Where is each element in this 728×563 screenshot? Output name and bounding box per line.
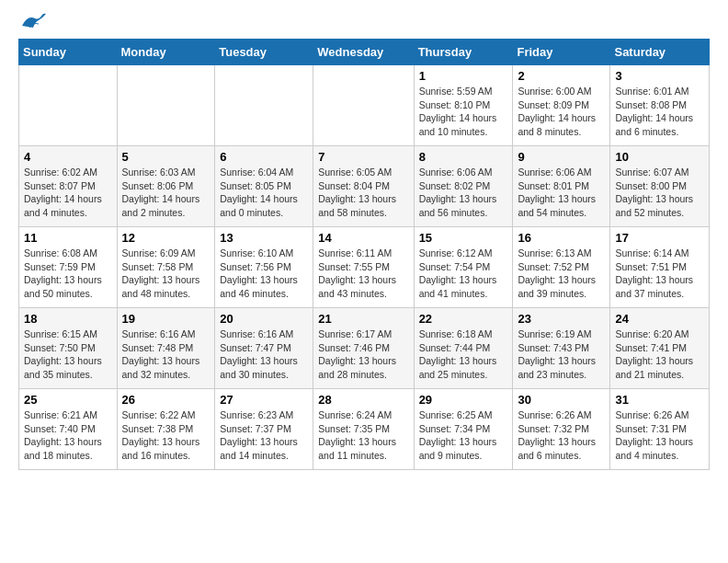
day-info: Sunrise: 6:16 AMSunset: 7:47 PMDaylight:… <box>220 327 308 382</box>
calendar-body: 1Sunrise: 5:59 AMSunset: 8:10 PMDaylight… <box>19 65 710 470</box>
day-number: 7 <box>318 150 408 164</box>
day-info: Sunrise: 6:00 AMSunset: 8:09 PMDaylight:… <box>518 85 605 139</box>
day-number: 15 <box>419 231 508 245</box>
day-info: Sunrise: 6:02 AMSunset: 8:07 PMDaylight:… <box>24 166 112 220</box>
calendar-table: SundayMondayTuesdayWednesdayThursdayFrid… <box>18 39 710 470</box>
calendar-cell: 27Sunrise: 6:23 AMSunset: 7:37 PMDayligh… <box>215 389 313 470</box>
day-info: Sunrise: 6:08 AMSunset: 7:59 PMDaylight:… <box>24 247 112 301</box>
day-number: 29 <box>419 393 508 407</box>
calendar-cell: 20Sunrise: 6:16 AMSunset: 7:47 PMDayligh… <box>215 308 313 389</box>
day-number: 12 <box>122 231 210 245</box>
day-number: 9 <box>518 150 605 164</box>
calendar-cell: 23Sunrise: 6:19 AMSunset: 7:43 PMDayligh… <box>513 308 610 389</box>
calendar-cell: 29Sunrise: 6:25 AMSunset: 7:34 PMDayligh… <box>414 389 513 470</box>
day-info: Sunrise: 6:01 AMSunset: 8:08 PMDaylight:… <box>615 85 704 139</box>
calendar-cell: 10Sunrise: 6:07 AMSunset: 8:00 PMDayligh… <box>610 146 710 227</box>
calendar-cell: 4Sunrise: 6:02 AMSunset: 8:07 PMDaylight… <box>19 146 118 227</box>
day-info: Sunrise: 5:59 AMSunset: 8:10 PMDaylight:… <box>419 85 508 139</box>
calendar-cell: 13Sunrise: 6:10 AMSunset: 7:56 PMDayligh… <box>215 227 313 308</box>
day-info: Sunrise: 6:04 AMSunset: 8:05 PMDaylight:… <box>220 166 308 220</box>
day-number: 3 <box>615 69 704 83</box>
day-number: 13 <box>220 231 308 245</box>
day-info: Sunrise: 6:26 AMSunset: 7:32 PMDaylight:… <box>518 408 605 463</box>
page-header <box>18 15 710 31</box>
calendar-cell: 16Sunrise: 6:13 AMSunset: 7:52 PMDayligh… <box>513 227 610 308</box>
day-number: 30 <box>518 393 605 407</box>
weekday-header: Monday <box>117 40 215 65</box>
day-info: Sunrise: 6:06 AMSunset: 8:01 PMDaylight:… <box>518 166 605 220</box>
day-number: 17 <box>615 231 704 245</box>
calendar-cell: 7Sunrise: 6:05 AMSunset: 8:04 PMDaylight… <box>313 146 414 227</box>
calendar-cell: 9Sunrise: 6:06 AMSunset: 8:01 PMDaylight… <box>513 146 610 227</box>
calendar-cell: 18Sunrise: 6:15 AMSunset: 7:50 PMDayligh… <box>19 308 118 389</box>
day-number: 27 <box>220 393 308 407</box>
calendar-cell <box>19 65 118 146</box>
weekday-header: Saturday <box>610 40 710 65</box>
day-number: 20 <box>220 312 308 326</box>
day-number: 25 <box>24 393 112 407</box>
day-info: Sunrise: 6:06 AMSunset: 8:02 PMDaylight:… <box>419 166 508 220</box>
calendar-cell: 8Sunrise: 6:06 AMSunset: 8:02 PMDaylight… <box>414 146 513 227</box>
day-number: 1 <box>419 69 508 83</box>
calendar-week-row: 4Sunrise: 6:02 AMSunset: 8:07 PMDaylight… <box>19 146 710 227</box>
calendar-cell: 28Sunrise: 6:24 AMSunset: 7:35 PMDayligh… <box>313 389 414 470</box>
day-info: Sunrise: 6:05 AMSunset: 8:04 PMDaylight:… <box>318 166 408 220</box>
day-info: Sunrise: 6:17 AMSunset: 7:46 PMDaylight:… <box>318 327 408 382</box>
day-number: 10 <box>615 150 704 164</box>
calendar-cell: 22Sunrise: 6:18 AMSunset: 7:44 PMDayligh… <box>414 308 513 389</box>
day-info: Sunrise: 6:14 AMSunset: 7:51 PMDaylight:… <box>615 247 704 301</box>
day-number: 19 <box>122 312 210 326</box>
calendar-cell <box>313 65 414 146</box>
day-info: Sunrise: 6:21 AMSunset: 7:40 PMDaylight:… <box>24 408 112 463</box>
calendar-cell: 12Sunrise: 6:09 AMSunset: 7:58 PMDayligh… <box>117 227 215 308</box>
day-number: 28 <box>318 393 408 407</box>
day-info: Sunrise: 6:11 AMSunset: 7:55 PMDaylight:… <box>318 247 408 301</box>
calendar-cell: 11Sunrise: 6:08 AMSunset: 7:59 PMDayligh… <box>19 227 118 308</box>
weekday-header: Friday <box>513 40 610 65</box>
day-info: Sunrise: 6:09 AMSunset: 7:58 PMDaylight:… <box>122 247 210 301</box>
calendar-cell: 31Sunrise: 6:26 AMSunset: 7:31 PMDayligh… <box>610 389 710 470</box>
day-number: 18 <box>24 312 112 326</box>
weekday-header: Sunday <box>19 40 118 65</box>
calendar-cell: 15Sunrise: 6:12 AMSunset: 7:54 PMDayligh… <box>414 227 513 308</box>
day-number: 23 <box>518 312 605 326</box>
calendar-cell: 24Sunrise: 6:20 AMSunset: 7:41 PMDayligh… <box>610 308 710 389</box>
day-number: 6 <box>220 150 308 164</box>
calendar-week-row: 1Sunrise: 5:59 AMSunset: 8:10 PMDaylight… <box>19 65 710 146</box>
day-number: 2 <box>518 69 605 83</box>
calendar-week-row: 11Sunrise: 6:08 AMSunset: 7:59 PMDayligh… <box>19 227 710 308</box>
day-number: 8 <box>419 150 508 164</box>
day-info: Sunrise: 6:26 AMSunset: 7:31 PMDaylight:… <box>615 408 704 463</box>
calendar-cell: 5Sunrise: 6:03 AMSunset: 8:06 PMDaylight… <box>117 146 215 227</box>
calendar-cell: 26Sunrise: 6:22 AMSunset: 7:38 PMDayligh… <box>117 389 215 470</box>
logo-bird-icon <box>20 13 46 31</box>
calendar-week-row: 18Sunrise: 6:15 AMSunset: 7:50 PMDayligh… <box>19 308 710 389</box>
day-info: Sunrise: 6:18 AMSunset: 7:44 PMDaylight:… <box>419 327 508 382</box>
day-info: Sunrise: 6:07 AMSunset: 8:00 PMDaylight:… <box>615 166 704 220</box>
calendar-cell: 30Sunrise: 6:26 AMSunset: 7:32 PMDayligh… <box>513 389 610 470</box>
day-number: 4 <box>24 150 112 164</box>
weekday-header-row: SundayMondayTuesdayWednesdayThursdayFrid… <box>19 40 710 65</box>
weekday-header: Tuesday <box>215 40 313 65</box>
calendar-cell: 1Sunrise: 5:59 AMSunset: 8:10 PMDaylight… <box>414 65 513 146</box>
calendar-cell: 3Sunrise: 6:01 AMSunset: 8:08 PMDaylight… <box>610 65 710 146</box>
day-number: 11 <box>24 231 112 245</box>
day-info: Sunrise: 6:03 AMSunset: 8:06 PMDaylight:… <box>122 166 210 220</box>
calendar-cell <box>215 65 313 146</box>
calendar-cell: 6Sunrise: 6:04 AMSunset: 8:05 PMDaylight… <box>215 146 313 227</box>
calendar-week-row: 25Sunrise: 6:21 AMSunset: 7:40 PMDayligh… <box>19 389 710 470</box>
day-info: Sunrise: 6:15 AMSunset: 7:50 PMDaylight:… <box>24 327 112 382</box>
day-number: 22 <box>419 312 508 326</box>
day-info: Sunrise: 6:13 AMSunset: 7:52 PMDaylight:… <box>518 247 605 301</box>
day-info: Sunrise: 6:20 AMSunset: 7:41 PMDaylight:… <box>615 327 704 382</box>
calendar-cell: 14Sunrise: 6:11 AMSunset: 7:55 PMDayligh… <box>313 227 414 308</box>
day-info: Sunrise: 6:23 AMSunset: 7:37 PMDaylight:… <box>220 408 308 463</box>
day-number: 5 <box>122 150 210 164</box>
day-number: 14 <box>318 231 408 245</box>
calendar-cell: 17Sunrise: 6:14 AMSunset: 7:51 PMDayligh… <box>610 227 710 308</box>
calendar-header: SundayMondayTuesdayWednesdayThursdayFrid… <box>19 40 710 65</box>
day-number: 24 <box>615 312 704 326</box>
day-info: Sunrise: 6:19 AMSunset: 7:43 PMDaylight:… <box>518 327 605 382</box>
weekday-header: Thursday <box>414 40 513 65</box>
day-number: 16 <box>518 231 605 245</box>
